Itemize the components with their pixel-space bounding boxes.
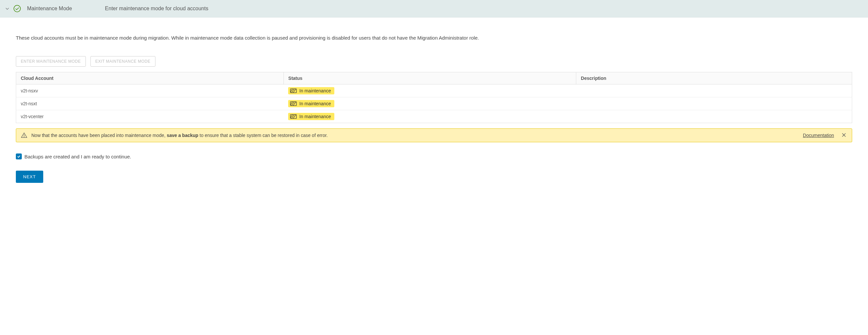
cell-account: v2t-nsxt — [16, 97, 284, 110]
svg-line-2 — [291, 89, 294, 93]
table-row[interactable]: v2t-vcenter In maintenance — [16, 110, 852, 123]
cloud-accounts-table: Cloud Account Status Description v2t-nsx… — [16, 72, 852, 123]
svg-line-3 — [293, 89, 296, 93]
svg-line-11 — [293, 115, 296, 119]
cell-account: v2t-nsxv — [16, 85, 284, 97]
step-complete-icon — [13, 5, 21, 12]
alert-message: Now that the accounts have been placed i… — [31, 133, 799, 138]
status-badge: In maintenance — [288, 87, 334, 94]
backup-alert: Now that the accounts have been placed i… — [16, 128, 852, 142]
alert-suffix: to ensure that a stable system can be re… — [198, 133, 328, 138]
action-button-row: ENTER MAINTENANCE MODE EXIT MAINTENANCE … — [16, 56, 852, 67]
wizard-step-header: Maintenance Mode Enter maintenance mode … — [0, 0, 868, 18]
backup-confirm-checkbox[interactable] — [16, 153, 22, 159]
backup-confirm-label[interactable]: Backups are created and I am ready to co… — [24, 154, 131, 159]
step-subtitle: Enter maintenance mode for cloud account… — [105, 6, 208, 11]
alert-strong: save a backup — [167, 133, 198, 138]
step-title: Maintenance Mode — [27, 6, 72, 11]
next-button[interactable]: NEXT — [16, 171, 43, 183]
svg-line-10 — [291, 115, 294, 119]
cell-account: v2t-vcenter — [16, 110, 284, 123]
maintenance-icon — [290, 101, 297, 106]
enter-maintenance-button[interactable]: ENTER MAINTENANCE MODE — [16, 56, 86, 67]
chevron-down-icon[interactable] — [5, 6, 10, 11]
cell-status: In maintenance — [283, 97, 576, 110]
cell-description — [576, 85, 852, 97]
maintenance-icon — [290, 88, 297, 93]
table-row[interactable]: v2t-nsxv In maintenance — [16, 85, 852, 97]
column-header-description: Description — [576, 72, 852, 85]
cell-status: In maintenance — [283, 85, 576, 97]
intro-paragraph: These cloud accounts must be in maintena… — [16, 33, 852, 42]
cell-description — [576, 97, 852, 110]
svg-line-7 — [293, 102, 296, 105]
column-header-account: Cloud Account — [16, 72, 284, 85]
documentation-link[interactable]: Documentation — [803, 133, 834, 138]
status-badge: In maintenance — [288, 100, 334, 107]
backup-confirm-row: Backups are created and I am ready to co… — [16, 153, 852, 159]
content-area: These cloud accounts must be in maintena… — [0, 18, 868, 196]
close-icon[interactable] — [841, 132, 847, 138]
status-label: In maintenance — [299, 114, 331, 119]
svg-line-6 — [291, 102, 294, 105]
warning-icon — [21, 132, 27, 139]
status-label: In maintenance — [299, 88, 331, 93]
exit-maintenance-button[interactable]: EXIT MAINTENANCE MODE — [90, 56, 155, 67]
alert-prefix: Now that the accounts have been placed i… — [31, 133, 167, 138]
table-row[interactable]: v2t-nsxt In maintenance — [16, 97, 852, 110]
cell-status: In maintenance — [283, 110, 576, 123]
maintenance-icon — [290, 114, 297, 119]
svg-point-0 — [14, 5, 21, 12]
column-header-status: Status — [283, 72, 576, 85]
cell-description — [576, 110, 852, 123]
status-badge: In maintenance — [288, 113, 334, 120]
status-label: In maintenance — [299, 101, 331, 106]
